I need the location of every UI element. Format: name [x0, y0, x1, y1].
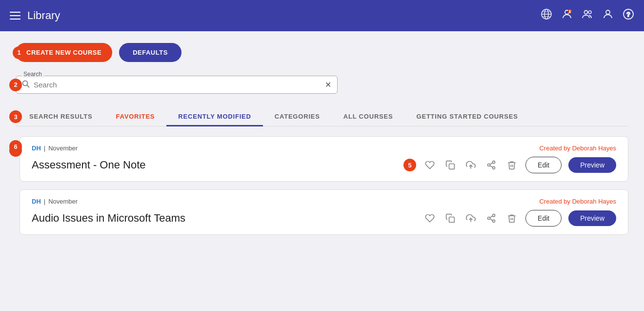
step-badge-1: 1: [13, 46, 25, 59]
card-title-row-1: Assessment - One Note 5: [32, 157, 616, 173]
header-title: Library: [27, 9, 60, 22]
meta-left-2: DH | November: [32, 198, 78, 205]
course-card-2: DH | November Created by Deborah Hayes A…: [16, 189, 628, 235]
create-new-course-button[interactable]: CREATE NEW COURSE: [16, 43, 112, 62]
step-badge-6: 6: [9, 140, 22, 153]
svg-rect-22: [449, 217, 455, 223]
card-actions-2: Edit Preview: [423, 210, 616, 227]
search-box: ✕: [16, 76, 338, 94]
step-badge-5: 5: [403, 159, 416, 171]
svg-point-19: [493, 166, 495, 169]
globe-icon[interactable]: [541, 8, 552, 23]
search-icon: [22, 80, 30, 89]
app-header: Library ! ?: [0, 0, 644, 31]
toolbar-row: 1 CREATE NEW COURSE DEFAULTS: [16, 43, 628, 62]
preview-button-1[interactable]: Preview: [568, 157, 616, 173]
edit-button-1[interactable]: Edit: [525, 157, 562, 173]
search-container: Search ✕: [16, 76, 338, 94]
header-icons: ! ?: [541, 8, 634, 23]
tab-categories[interactable]: CATEGORIES: [263, 108, 332, 126]
svg-point-25: [488, 217, 490, 220]
tab-getting-started[interactable]: GETTING STARTED COURSES: [405, 108, 530, 126]
tab-recently-modified[interactable]: RECENTLY MODIFIED: [166, 108, 262, 126]
tab-all-courses[interactable]: ALL COURSES: [332, 108, 405, 126]
defaults-button[interactable]: DEFAULTS: [119, 43, 181, 62]
search-label: Search: [21, 71, 44, 78]
edit-button-2[interactable]: Edit: [525, 210, 562, 227]
svg-point-9: [588, 11, 591, 14]
tab-search-results[interactable]: SEARCH RESULTS: [16, 108, 104, 126]
card-meta-2: DH | November Created by Deborah Hayes: [32, 198, 616, 205]
header-left: Library: [10, 9, 60, 22]
svg-line-20: [490, 166, 493, 167]
course-author-1: DH: [32, 145, 41, 152]
svg-line-27: [490, 219, 493, 220]
search-input[interactable]: [34, 81, 321, 89]
clear-search-button[interactable]: ✕: [325, 80, 331, 89]
step-badge-2: 2: [9, 79, 22, 91]
course-card: DH | November Created by Deborah Hayes A…: [20, 189, 628, 235]
svg-point-18: [488, 164, 490, 166]
favorite-button-2[interactable]: [423, 211, 437, 225]
svg-text:!: !: [569, 10, 570, 13]
course-title-1: Assessment - One Note: [32, 159, 146, 171]
svg-point-17: [493, 161, 495, 164]
defaults-label: DEFAULTS: [133, 49, 168, 56]
help-icon[interactable]: ?: [623, 8, 634, 23]
course-creator-2: Created by Deborah Hayes: [539, 198, 616, 205]
copy-button-2[interactable]: [443, 211, 457, 225]
svg-point-24: [493, 214, 495, 217]
svg-text:?: ?: [626, 11, 630, 18]
svg-point-10: [606, 10, 610, 14]
course-date-2: November: [48, 198, 78, 205]
publish-button-1[interactable]: [464, 158, 478, 172]
delete-button-1[interactable]: [505, 158, 519, 172]
svg-line-14: [27, 85, 30, 88]
search-row: 2 Search ✕: [16, 76, 338, 94]
copy-button-1[interactable]: [443, 158, 457, 172]
course-card-1: 4 DH | November Created by Deborah Hayes…: [16, 136, 628, 182]
person-icon[interactable]: [602, 8, 614, 23]
course-title-2: Audio Issues in Microsoft Teams: [32, 212, 185, 225]
main-content: 1 CREATE NEW COURSE DEFAULTS 2 Search ✕ …: [0, 31, 644, 254]
delete-button-2[interactable]: [505, 211, 519, 225]
course-creator-1: Created by Deborah Hayes: [539, 145, 616, 152]
share-button-2[interactable]: [484, 211, 498, 225]
course-date-1: November: [48, 145, 78, 152]
card-meta-1: DH | November Created by Deborah Hayes: [32, 145, 616, 152]
preview-button-2[interactable]: Preview: [568, 210, 616, 226]
card-title-row-2: Audio Issues in Microsoft Teams: [32, 210, 616, 227]
svg-point-26: [493, 220, 495, 222]
group-icon[interactable]: [582, 8, 593, 23]
meta-left-1: DH | November: [32, 145, 78, 152]
svg-line-21: [490, 163, 493, 164]
card-actions-1: 5 Edit: [403, 157, 616, 173]
publish-button-2[interactable]: [464, 211, 478, 225]
favorite-button-1[interactable]: [423, 158, 437, 172]
course-card: DH | November Created by Deborah Hayes A…: [20, 136, 628, 182]
share-button-1[interactable]: [484, 158, 498, 172]
svg-line-28: [490, 216, 493, 217]
hamburger-icon[interactable]: [10, 12, 20, 20]
svg-point-13: [23, 81, 28, 86]
create-course-label: CREATE NEW COURSE: [26, 49, 101, 56]
svg-rect-15: [449, 164, 455, 169]
course-author-2: DH: [32, 198, 41, 205]
tab-favorites[interactable]: FAVORITES: [104, 108, 166, 126]
alert-user-icon[interactable]: !: [561, 8, 573, 23]
svg-point-8: [584, 11, 588, 14]
tabs-row: 3 SEARCH RESULTS FAVORITES RECENTLY MODI…: [16, 107, 628, 126]
